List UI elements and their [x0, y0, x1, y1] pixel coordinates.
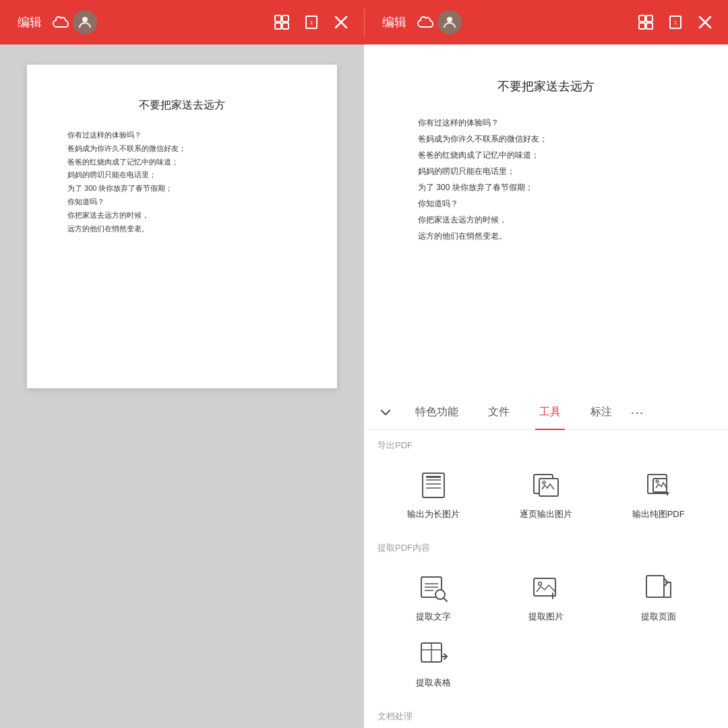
grid-icon-right[interactable]	[634, 10, 658, 34]
collapse-button[interactable]	[371, 398, 400, 427]
page-icon-right[interactable]: 1	[663, 10, 688, 34]
close-icon-left[interactable]	[329, 10, 353, 34]
cloud-icon-right[interactable]	[413, 10, 437, 34]
svg-rect-4	[282, 23, 289, 29]
avatar-left[interactable]	[73, 10, 97, 34]
doc-title-left: 不要把家送去远方	[67, 98, 297, 113]
svg-rect-10	[639, 16, 645, 22]
tab-features[interactable]: 特色功能	[400, 395, 473, 430]
export-long-image-icon	[416, 468, 451, 503]
right-doc-area: 不要把家送去远方 你有过这样的体验吗？ 爸妈成为你许久不联系的微信好友； 爸爸的…	[364, 44, 728, 395]
extract-pdf-grid: 提取文字 提取图片	[377, 564, 715, 630]
avatar-right[interactable]	[437, 10, 462, 34]
doc-title-right: 不要把家送去远方	[418, 78, 674, 94]
extract-text-icon	[416, 570, 451, 605]
bottom-toolbar: 特色功能 文件 工具 标注 ⋯ 导出PDF	[364, 395, 728, 728]
edit-button-left[interactable]: 编辑	[11, 14, 49, 30]
close-icon-right[interactable]	[693, 10, 717, 34]
tab-bar: 特色功能 文件 工具 标注 ⋯	[364, 395, 728, 430]
tab-file[interactable]: 文件	[473, 395, 524, 430]
extract-page-icon	[641, 570, 676, 605]
svg-rect-22	[426, 476, 441, 478]
cloud-icon-left[interactable]	[49, 10, 73, 34]
svg-text:1: 1	[674, 20, 677, 26]
export-long-image-button[interactable]: 输出为长图片	[377, 461, 490, 527]
right-panel: 不要把家送去远方 你有过这样的体验吗？ 爸妈成为你许久不联系的微信好友； 爸爸的…	[364, 44, 728, 728]
extract-image-button[interactable]: 提取图片	[490, 564, 603, 630]
svg-rect-12	[639, 23, 645, 29]
svg-rect-37	[646, 576, 664, 597]
export-pdf-section: 导出PDF 输出为长图片	[364, 430, 728, 533]
toolbar-right-icons-left: 1	[270, 10, 353, 34]
top-bar: 编辑	[0, 0, 728, 44]
export-pdf-grid: 输出为长图片 逐页输出图片	[377, 461, 715, 527]
export-pure-pdf-button[interactable]: 输出纯图PDF	[602, 461, 715, 527]
svg-point-36	[539, 582, 542, 586]
extract-table-grid: 提取表格	[377, 630, 715, 696]
export-page-images-button[interactable]: 逐页输出图片	[490, 461, 603, 527]
svg-rect-1	[275, 16, 281, 22]
left-panel: 不要把家送去远方 你有过这样的体验吗？ 爸妈成为你许久不联系的微信好友； 爸爸的…	[0, 44, 364, 728]
toolbar-right-icons-right: 1	[634, 10, 717, 34]
tab-annotate[interactable]: 标注	[576, 395, 627, 430]
export-pure-pdf-icon	[641, 468, 676, 503]
svg-text:1: 1	[309, 20, 313, 26]
svg-rect-13	[646, 23, 653, 29]
extract-table-label: 提取表格	[416, 677, 451, 689]
svg-line-34	[444, 599, 448, 602]
extract-text-button[interactable]: 提取文字	[377, 564, 490, 630]
tab-more-button[interactable]: ⋯	[627, 404, 647, 421]
doc-process-title: 文档处理	[377, 710, 715, 723]
extract-text-label: 提取文字	[416, 611, 451, 623]
extract-page-label: 提取页面	[641, 611, 676, 623]
extract-table-button[interactable]: 提取表格	[377, 630, 490, 696]
extract-page-button[interactable]: 提取页面	[602, 564, 715, 630]
export-pdf-title: 导出PDF	[377, 439, 715, 452]
extract-table-icon	[416, 636, 451, 671]
top-bar-right: 编辑	[365, 0, 729, 44]
edit-button-right[interactable]: 编辑	[375, 14, 413, 30]
tab-tools[interactable]: 工具	[524, 395, 576, 430]
export-pure-pdf-label: 输出纯图PDF	[632, 508, 685, 520]
svg-rect-2	[282, 16, 289, 22]
main-area: 不要把家送去远方 你有过这样的体验吗？ 爸妈成为你许久不联系的微信好友； 爸爸的…	[0, 44, 728, 728]
doc-process-section: 文档处理	[364, 701, 728, 728]
page-icon-left[interactable]: 1	[299, 10, 324, 34]
doc-body-right: 你有过这样的体验吗？ 爸妈成为你许久不联系的微信好友； 爸爸的红烧肉成了记忆中的…	[418, 115, 547, 244]
svg-point-9	[447, 17, 452, 22]
doc-body-left: 你有过这样的体验吗？ 爸妈成为你许久不联系的微信好友； 爸爸的红烧肉成了记忆中的…	[67, 129, 297, 235]
export-long-image-label: 输出为长图片	[407, 508, 460, 520]
top-bar-left: 编辑	[0, 0, 364, 44]
svg-rect-24	[539, 479, 558, 496]
svg-rect-11	[646, 16, 653, 22]
export-page-images-label: 逐页输出图片	[520, 508, 572, 520]
extract-pdf-title: 提取PDF内容	[377, 542, 715, 554]
svg-rect-3	[275, 23, 281, 29]
extract-image-icon	[528, 570, 564, 605]
grid-icon-left[interactable]	[270, 10, 294, 34]
extract-pdf-section: 提取PDF内容 提	[364, 533, 728, 701]
svg-point-0	[82, 17, 88, 22]
doc-page-left: 不要把家送去远方 你有过这样的体验吗？ 爸妈成为你许久不联系的微信好友； 爸爸的…	[27, 65, 337, 388]
extract-image-label: 提取图片	[528, 611, 564, 623]
export-page-images-icon	[528, 468, 564, 503]
